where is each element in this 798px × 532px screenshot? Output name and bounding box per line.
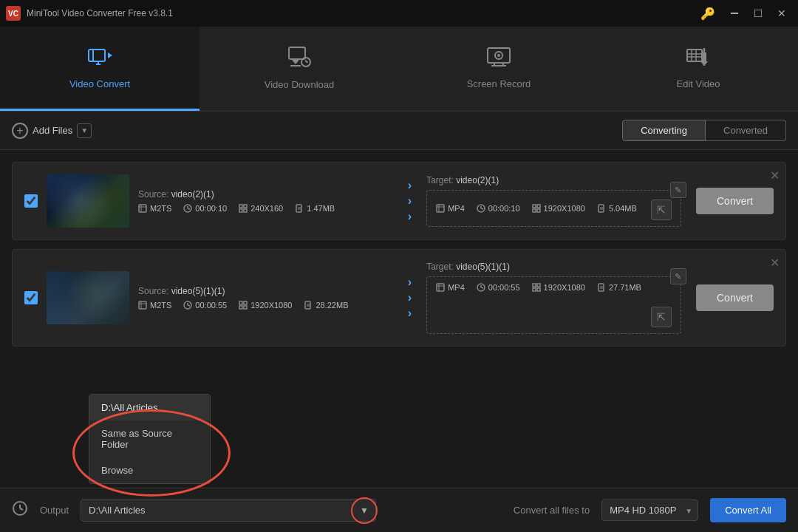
svg-rect-75 — [537, 288, 540, 291]
file1-source-duration: 00:00:10 — [195, 204, 227, 213]
svg-line-71 — [481, 287, 483, 288]
file2-source-label: Source: video(5)(1)(1) — [138, 286, 393, 296]
svg-rect-7 — [289, 47, 305, 59]
svg-rect-62 — [244, 306, 247, 309]
svg-rect-35 — [239, 209, 242, 212]
file2-source-size-item: 28.22MB — [304, 301, 348, 310]
file1-target-size: 5.04MB — [609, 204, 637, 213]
tab-pills: Converting Converted — [622, 120, 786, 141]
arrow1: › — [408, 179, 412, 192]
file1-target-resolution-item: 1920X1080 — [532, 197, 585, 220]
svg-rect-50 — [598, 205, 604, 212]
add-files-label: Add Files — [33, 125, 72, 136]
video-convert-icon — [87, 47, 112, 72]
file1-thumbnail — [47, 174, 129, 228]
add-files-dropdown-arrow[interactable]: ▼ — [77, 123, 92, 138]
add-files-button[interactable]: + Add Files ▼ — [12, 123, 92, 139]
file2-convert-button[interactable]: Convert — [696, 284, 774, 311]
edit-video-icon — [686, 47, 711, 72]
file1-source-duration-item: 00:00:10 — [183, 204, 227, 213]
output-path-input[interactable] — [81, 499, 376, 522]
format-select-wrapper: MP4 HD 1080P ▼ — [601, 499, 698, 521]
dropdown-item-same-as-source[interactable]: Same as Source Folder — [89, 420, 210, 457]
svg-line-45 — [481, 208, 483, 209]
converted-tab-pill[interactable]: Converted — [706, 120, 786, 141]
file2-target-duration: 00:00:55 — [488, 283, 520, 292]
svg-rect-46 — [533, 205, 536, 208]
file1-source-meta: M2TS 00:00:10 240X160 1.47MB — [138, 204, 393, 213]
file1-source-resolution-item: 240X160 — [239, 204, 283, 213]
tab-video-download[interactable]: Video Download — [200, 27, 399, 111]
file1-close-button[interactable]: ✕ — [770, 168, 780, 183]
dropdown-item-browse[interactable]: Browse — [89, 457, 210, 483]
f2-file-icon — [304, 301, 313, 310]
file1-checkbox[interactable] — [24, 194, 38, 208]
minimize-button[interactable] — [724, 4, 745, 22]
tab-video-download-label: Video Download — [265, 79, 334, 90]
svg-line-58 — [188, 305, 190, 306]
restore-button[interactable] — [748, 4, 768, 22]
file1-target-duration-item: 00:00:10 — [477, 197, 520, 220]
key-icon[interactable]: 🔑 — [700, 7, 715, 21]
file1-convert-button[interactable]: Convert — [696, 188, 774, 214]
clock-output-icon — [12, 500, 28, 520]
f2-arrow1: › — [408, 276, 412, 289]
tab-edit-video[interactable]: Edit Video — [598, 27, 798, 111]
f2-res-icon — [239, 301, 248, 310]
tab-video-convert[interactable]: Video Convert — [0, 27, 200, 111]
svg-rect-20 — [687, 50, 702, 61]
svg-marker-4 — [108, 52, 112, 58]
convert-all-button[interactable]: Convert All — [710, 498, 786, 522]
titlebar: VC MiniTool Video Converter Free v3.8.1 … — [0, 0, 798, 27]
target-clock-icon — [477, 204, 485, 213]
svg-rect-66 — [437, 284, 444, 291]
converting-tab-pill[interactable]: Converting — [622, 120, 706, 141]
file-card-2: Source: video(5)(1)(1) M2TS 00:00:55 192… — [12, 249, 786, 347]
format-icon — [138, 204, 147, 213]
arrow2: › — [408, 194, 412, 208]
file-card-1: Source: video(2)(1) M2TS 00:00:10 240X16… — [12, 162, 786, 240]
svg-rect-34 — [244, 205, 247, 208]
output-path-wrapper: ▼ — [81, 499, 376, 522]
toolbar: + Add Files ▼ Converting Converted — [0, 112, 798, 150]
app-logo: VC — [6, 6, 21, 21]
file1-source-format-item: M2TS — [138, 204, 171, 213]
f2-arrow3: › — [408, 307, 412, 320]
svg-rect-61 — [239, 306, 242, 309]
output-dropdown-button[interactable]: ▼ — [355, 502, 373, 519]
file2-checkbox[interactable] — [24, 291, 38, 304]
svg-marker-9 — [292, 60, 299, 64]
svg-rect-37 — [296, 205, 301, 212]
arrow-divider-1: › › › — [402, 179, 417, 223]
file2-target-box: ✎ MP4 00:00:55 1920X1080 — [426, 276, 681, 334]
svg-rect-74 — [533, 288, 536, 291]
svg-rect-2 — [89, 50, 105, 61]
file1-target-resize-button[interactable]: ⇱ — [651, 200, 672, 220]
f2-format-icon — [138, 301, 147, 310]
close-button[interactable]: ✕ — [771, 4, 792, 22]
file2-target-edit-button[interactable]: ✎ — [670, 268, 686, 284]
output-label: Output — [40, 505, 69, 516]
file2-target-size: 27.71MB — [609, 283, 641, 292]
file1-target-format-item: MP4 — [436, 197, 465, 220]
file2-target-format-item: MP4 — [436, 283, 465, 292]
format-select[interactable]: MP4 HD 1080P — [601, 499, 698, 521]
file1-target-edit-button[interactable]: ✎ — [670, 182, 686, 198]
file2-source-duration-item: 00:00:55 — [183, 301, 227, 310]
svg-rect-73 — [537, 284, 540, 287]
dropdown-item-all-articles[interactable]: D:\All Articles — [89, 395, 210, 420]
tab-screen-record[interactable]: Screen Record — [399, 27, 598, 111]
file2-target-resize-button[interactable]: ⇱ — [651, 307, 672, 327]
file1-target-meta: MP4 00:00:10 1920X1080 5.04MB — [436, 197, 672, 220]
svg-line-32 — [188, 208, 190, 209]
file2-target-meta: MP4 00:00:55 1920X1080 27.71MB — [436, 283, 672, 327]
file2-source-resolution-item: 1920X1080 — [239, 301, 292, 310]
svg-rect-48 — [533, 209, 536, 212]
f2-clock-icon — [183, 301, 192, 310]
svg-line-81 — [20, 508, 23, 510]
svg-rect-76 — [598, 284, 604, 291]
f2-target-clock-icon — [477, 283, 485, 292]
file2-close-button[interactable]: ✕ — [770, 256, 780, 270]
file2-target-resolution-item: 1920X1080 — [532, 283, 585, 292]
arrow3: › — [408, 210, 412, 223]
